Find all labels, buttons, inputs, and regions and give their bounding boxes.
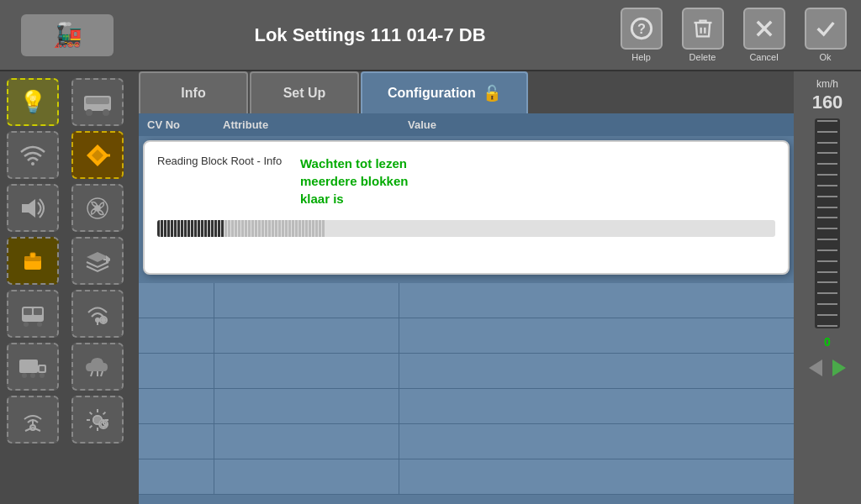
sidebar-item-bus[interactable] [7, 290, 59, 338]
help-button[interactable]: ? Help [614, 8, 668, 62]
logo-area [8, 14, 126, 56]
sidebar-item-speaker[interactable] [7, 184, 59, 232]
svg-marker-18 [87, 252, 108, 262]
svg-point-33 [22, 373, 27, 378]
direction-controls [806, 355, 849, 381]
speed-bar [815, 118, 840, 328]
svg-rect-30 [19, 360, 38, 373]
toolbar: ? Help Delete [614, 8, 853, 62]
sidebar-item-antenna[interactable] [7, 396, 59, 444]
svg-point-35 [40, 373, 45, 378]
svg-rect-23 [34, 308, 42, 315]
direction-right-button[interactable] [829, 355, 849, 381]
speed-max: 160 [812, 92, 843, 113]
popup-card: Reading Block Root - Info Wachten tot le… [143, 140, 790, 275]
sidebar-item-loco[interactable] [71, 78, 124, 126]
sidebar-item-box[interactable] [7, 237, 59, 285]
svg-point-25 [37, 322, 42, 327]
table-row [139, 318, 794, 354]
svg-point-29 [102, 318, 105, 322]
progress-bar [157, 220, 775, 237]
speed-unit: km/h [816, 78, 838, 90]
ok-icon [805, 8, 847, 50]
sidebar-item-diamond[interactable] [71, 131, 124, 179]
tab-setup[interactable]: Set Up [250, 71, 359, 113]
popup-content: Reading Block Root - Info Wachten tot le… [157, 155, 775, 207]
page-title: Lok Settings 111 014-7 DB [126, 24, 614, 46]
delete-button[interactable]: Delete [675, 8, 730, 62]
table-rows-bg [139, 283, 794, 504]
svg-point-34 [30, 373, 35, 378]
table-body: Reading Block Root - Info Wachten tot le… [139, 136, 794, 504]
sidebar-item-layers[interactable] [71, 237, 124, 285]
svg-point-24 [24, 322, 29, 327]
table-row [139, 389, 794, 424]
svg-marker-12 [22, 199, 35, 218]
table-row [139, 283, 794, 318]
sidebar-item-gear[interactable] [71, 396, 124, 444]
cancel-icon [743, 8, 785, 50]
svg-rect-22 [24, 308, 32, 315]
table-row [139, 424, 794, 459]
main-area: 💡 [0, 71, 861, 504]
cancel-button[interactable]: Cancel [737, 8, 791, 62]
popup-label: Reading Block Root - Info [157, 155, 283, 167]
train-logo [21, 14, 114, 56]
svg-point-7 [103, 109, 109, 116]
popup-message: Wachten tot lezen meerdere blokken klaar… [300, 155, 408, 207]
svg-text:?: ? [637, 21, 646, 36]
svg-marker-20 [107, 257, 110, 262]
direction-left-button[interactable] [806, 355, 826, 381]
tab-info[interactable]: Info [139, 71, 248, 113]
lock-icon: 🔓 [483, 84, 501, 102]
svg-rect-32 [40, 366, 45, 371]
sidebar: 💡 [0, 71, 139, 504]
tab-configuration[interactable]: Configuration 🔓 [361, 71, 528, 113]
right-panel: km/h 160 [794, 71, 861, 504]
svg-line-36 [91, 371, 92, 376]
header: Lok Settings 111 014-7 DB ? Help [0, 0, 861, 71]
help-icon: ? [621, 8, 663, 50]
sidebar-item-cloud[interactable] [71, 343, 124, 391]
svg-line-38 [101, 371, 103, 376]
tab-bar: Info Set Up Configuration 🔓 [139, 71, 794, 113]
content-area: Info Set Up Configuration 🔓 CV No Attrib… [139, 71, 794, 504]
table-row [139, 459, 794, 495]
sidebar-item-signal[interactable] [71, 290, 124, 338]
sidebar-item-fan[interactable] [71, 184, 124, 232]
sidebar-item-truck[interactable] [7, 343, 59, 391]
svg-rect-5 [86, 97, 109, 104]
svg-point-6 [86, 109, 92, 116]
sidebar-item-light[interactable]: 💡 [7, 78, 59, 126]
delete-icon [682, 8, 724, 50]
svg-point-8 [31, 162, 34, 165]
svg-rect-17 [30, 253, 35, 258]
sidebar-item-wifi[interactable] [7, 131, 59, 179]
table-row [139, 354, 794, 389]
table-header: CV No Attribute Value [139, 113, 794, 136]
ok-button[interactable]: Ok [798, 8, 853, 62]
current-speed: 0 [824, 335, 831, 349]
